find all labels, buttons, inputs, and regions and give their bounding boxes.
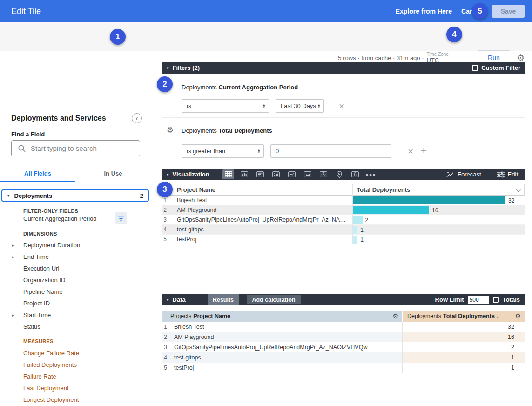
viz-type-bar-chart-icon[interactable]: [254, 169, 266, 179]
row-number: 1: [162, 322, 169, 332]
expand-caret-icon[interactable]: ▸: [12, 313, 21, 318]
data-section-title: Data: [173, 296, 186, 303]
total-deployments-cell: 2: [403, 342, 525, 352]
data-table-row[interactable]: 5testProj1: [162, 363, 525, 373]
project-name-cell: Brijesh Test: [169, 322, 403, 332]
filter-2-value-input[interactable]: [270, 144, 391, 158]
data-table-row[interactable]: 1Brijesh Test32: [162, 322, 525, 332]
remove-filter-1-icon[interactable]: ×: [339, 101, 344, 111]
viz-type-pie-chart-icon[interactable]: [317, 169, 329, 179]
viz-table-row[interactable]: 1Brijesh Test32: [162, 196, 525, 205]
sidebar-field-organization-id[interactable]: Organization ID: [0, 274, 151, 286]
collapse-data-caret-icon[interactable]: ▾: [167, 298, 169, 302]
custom-filter-control: Custom Filter: [472, 64, 520, 71]
filter-active-icon[interactable]: [115, 212, 127, 224]
column-menu-chevron-icon[interactable]: [516, 187, 521, 192]
data-col-project-name[interactable]: Projects Project Name ⚙: [162, 311, 403, 322]
viz-type-scatterplot-icon[interactable]: [270, 169, 282, 179]
filter-2-field-label: Deployments Total Deployments: [182, 127, 272, 134]
project-name-cell: AM Playground: [169, 205, 353, 215]
expand-caret-icon[interactable]: ▸: [12, 255, 21, 259]
viz-type-area-chart-icon[interactable]: [302, 169, 313, 179]
project-name-cell: GitOpsSanityPipeLinesAutoProj_UpRelRepoA…: [169, 342, 403, 352]
viz-type-line-chart-icon[interactable]: [286, 169, 297, 179]
sidebar-field-failed-deployments[interactable]: Failed Deployments: [0, 359, 151, 371]
filter-2-operator-select[interactable]: is greater than ▴▾: [182, 144, 264, 158]
save-button[interactable]: Save: [492, 5, 525, 18]
sidebar-field-failure-rate[interactable]: Failure Rate: [0, 371, 151, 382]
edit-viz-button[interactable]: Edit: [497, 171, 518, 178]
sidebar-field-current-aggregation-period[interactable]: Current Aggregation Period: [0, 212, 151, 224]
bar-value-label: 1: [360, 237, 364, 243]
row-number: 2: [162, 332, 169, 342]
project-name-cell: testProj: [169, 363, 403, 373]
filter-2-gear-icon[interactable]: ⚙: [167, 126, 174, 134]
project-name-cell: testProj: [169, 235, 353, 244]
totals-label: Totals: [503, 296, 520, 303]
collapse-caret-icon[interactable]: ▾: [7, 193, 10, 198]
data-table-rows: 1Brijesh Test322AM Playground163GitOpsSa…: [162, 322, 525, 373]
total-deployments-cell: 1: [403, 363, 525, 373]
custom-filter-checkbox[interactable]: [472, 65, 478, 71]
value-bar: [353, 216, 363, 224]
results-tab[interactable]: Results: [208, 294, 239, 305]
bar-cell: 32: [353, 196, 525, 205]
measures-list: Change Failure RateFailed DeploymentsFai…: [0, 347, 151, 406]
search-input[interactable]: [31, 144, 140, 152]
data-table-row[interactable]: 4test-gitops1: [162, 352, 525, 363]
viz-type-more-options-icon[interactable]: ●●●: [365, 169, 377, 179]
sidebar-field-start-time[interactable]: ▸Start Time: [0, 309, 151, 321]
collapse-visualization-caret-icon[interactable]: ▾: [167, 172, 169, 177]
data-table-row[interactable]: 3GitOpsSanityPipeLinesAutoProj_UpRelRepo…: [162, 342, 525, 352]
dimensions-list: ▸Deployment Duration▸End TimeExecution U…: [0, 239, 151, 332]
collapse-sidebar-icon[interactable]: ‹: [132, 113, 142, 123]
sidebar-field-change-failure-rate[interactable]: Change Failure Rate: [0, 347, 151, 359]
tab-in-use[interactable]: In Use: [75, 167, 151, 182]
viz-type-column-chart-icon[interactable]: [238, 169, 250, 179]
forecast-button[interactable]: Forecast: [446, 171, 481, 178]
sidebar-field-execution-url[interactable]: Execution Url: [0, 263, 151, 274]
totals-checkbox[interactable]: [493, 297, 499, 303]
filter-1-value-select[interactable]: Last 30 Days ▴▾: [276, 99, 324, 113]
tab-all-fields[interactable]: All Fields: [0, 167, 75, 182]
viz-col-total-deployments[interactable]: Total Deployments: [353, 184, 525, 196]
row-limit-input[interactable]: [468, 296, 489, 304]
sidebar-field-longest-deployment[interactable]: Longest Deployment: [0, 394, 151, 406]
row-number: 3: [162, 215, 169, 225]
viz-table-row[interactable]: 3GitOpsSanityPipeLinesAutoProj_UpRelRepo…: [162, 215, 525, 225]
viz-type-map-icon[interactable]: [333, 169, 345, 179]
expand-caret-icon[interactable]: ▸: [12, 243, 21, 248]
sidebar-field-deployment-duration[interactable]: ▸Deployment Duration: [0, 239, 151, 251]
fields-in-use-count: 2: [140, 192, 143, 199]
sidebar-field-end-time[interactable]: ▸End Time: [0, 251, 151, 263]
topbar-actions: Explore from Here Cancel Save: [396, 0, 525, 22]
field-picker-sidebar: Deployments and Services ‹ Find a Field …: [0, 51, 151, 406]
callout-badge-4: 4: [446, 27, 462, 42]
sidebar-group-deployments[interactable]: ▾ Deployments 2: [1, 189, 149, 202]
add-calculation-button[interactable]: Add calculation: [247, 295, 301, 304]
viz-col-project-name[interactable]: Project Name: [169, 184, 353, 196]
column-gear-icon[interactable]: ⚙: [392, 313, 398, 319]
viz-table-row[interactable]: 5testProj1: [162, 235, 525, 244]
viz-table-row[interactable]: 2AM Playground16: [162, 205, 525, 215]
viz-type-single-value-icon[interactable]: 6: [349, 169, 361, 179]
data-col-total-deployments[interactable]: Deployments Total Deployments ↓ ⚙: [403, 311, 525, 322]
filter-1-operator-select[interactable]: is ▴▾: [182, 99, 269, 113]
sidebar-field-last-deployment[interactable]: Last Deployment: [0, 382, 151, 394]
sidebar-field-status[interactable]: Status: [0, 321, 151, 332]
column-gear-icon[interactable]: ⚙: [515, 313, 521, 319]
sidebar-field-pipeline-name[interactable]: Pipeline Name: [0, 286, 151, 298]
viz-type-table-icon[interactable]: [222, 169, 234, 179]
viz-table-row[interactable]: 4test-gitops1: [162, 225, 525, 235]
query-settings-gear-icon[interactable]: ⚙: [517, 54, 525, 62]
add-filter-icon[interactable]: +: [421, 146, 427, 156]
collapse-filters-caret-icon[interactable]: ▾: [167, 66, 169, 70]
sidebar-field-project-id[interactable]: Project ID: [0, 298, 151, 309]
bar-value-label: 32: [508, 197, 514, 204]
data-results-table: Projects Project Name ⚙ Deployments Tota…: [162, 311, 525, 373]
remove-filter-2-icon[interactable]: ×: [408, 146, 413, 156]
window-title: Edit Tile: [11, 7, 41, 16]
explore-from-here-link[interactable]: Explore from Here: [396, 7, 452, 15]
data-table-row[interactable]: 2AM Playground16: [162, 332, 525, 342]
svg-text:6: 6: [354, 172, 357, 177]
